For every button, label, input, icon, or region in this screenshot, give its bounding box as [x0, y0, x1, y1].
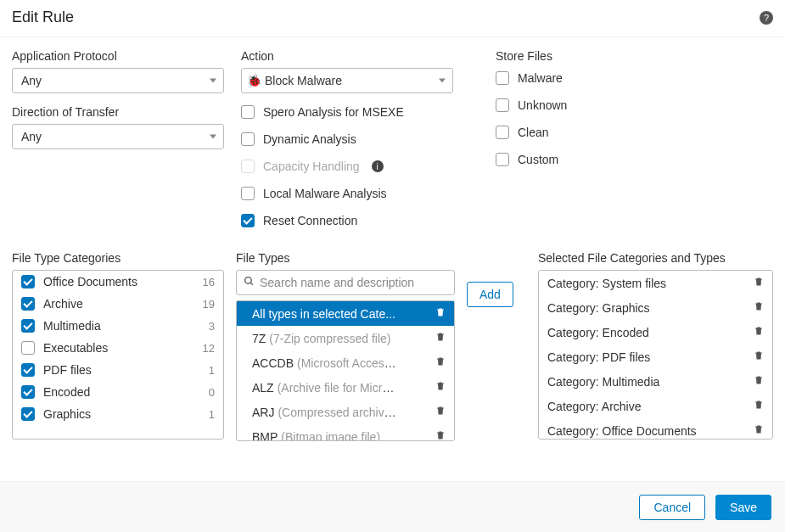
trash-icon[interactable] — [435, 356, 446, 370]
save-button[interactable]: Save — [715, 495, 771, 520]
direction-value: Any — [21, 130, 42, 143]
checkbox[interactable] — [21, 363, 35, 377]
checkbox[interactable] — [496, 71, 509, 85]
action-check-local[interactable]: Local Malware Analysis — [241, 187, 453, 200]
trash-icon[interactable] — [754, 325, 764, 339]
selected-name: Category: Encoded — [547, 326, 754, 339]
category-row[interactable]: PDF files1 — [13, 359, 223, 381]
file-types-search[interactable] — [236, 270, 455, 295]
svg-point-0 — [245, 277, 252, 284]
category-row[interactable]: Archive19 — [13, 293, 223, 315]
trash-icon[interactable] — [754, 300, 764, 315]
app-protocol-value: Any — [21, 74, 42, 87]
file-type-desc: (Archive file for Micro... — [278, 381, 396, 395]
trash-icon[interactable] — [754, 276, 764, 290]
file-type-desc: (Compressed archive... — [278, 406, 396, 419]
checkbox[interactable] — [21, 385, 35, 399]
dialog-footer: Cancel Save — [0, 481, 785, 532]
selected-types-list[interactable]: Category: System filesCategory: Graphics… — [538, 270, 773, 440]
file-type-row[interactable]: 7Z(7-Zip compressed file) — [237, 326, 454, 350]
trash-icon[interactable] — [754, 374, 764, 389]
checkbox[interactable] — [21, 275, 35, 288]
action-check-dynamic[interactable]: Dynamic Analysis — [241, 132, 453, 146]
checkbox-label: Unknown — [518, 98, 567, 112]
info-icon[interactable]: i — [372, 160, 384, 172]
selected-row[interactable]: Category: System files — [539, 271, 772, 295]
checkbox[interactable] — [21, 407, 35, 421]
category-count: 3 — [209, 320, 215, 333]
trash-icon[interactable] — [754, 399, 764, 413]
checkbox[interactable] — [241, 214, 255, 227]
app-protocol-label: Application Protocol — [12, 49, 224, 63]
checkbox[interactable] — [241, 132, 255, 146]
trash-icon[interactable] — [754, 423, 764, 438]
category-name: Encoded — [43, 385, 200, 399]
file-type-desc: (Bitmap image file) — [281, 430, 380, 441]
checkbox[interactable] — [496, 153, 509, 166]
trash-icon[interactable] — [435, 380, 446, 395]
selected-row[interactable]: Category: Office Documents — [539, 418, 772, 440]
trash-icon[interactable] — [435, 331, 446, 345]
file-type-name: ACCDB — [252, 356, 294, 370]
category-row[interactable]: Multimedia3 — [13, 315, 223, 337]
checkbox-label: Spero Analysis for MSEXE — [263, 105, 404, 119]
trash-icon[interactable] — [754, 350, 764, 364]
file-type-row[interactable]: BMP(Bitmap image file) — [237, 424, 454, 440]
file-types-label: File Types — [236, 251, 455, 265]
selected-row[interactable]: Category: Encoded — [539, 320, 772, 344]
trash-icon[interactable] — [435, 405, 446, 419]
category-name: Graphics — [43, 407, 200, 421]
checkbox[interactable] — [241, 105, 255, 119]
caret-down-icon — [439, 79, 446, 83]
categories-list[interactable]: Office Documents16Archive19Multimedia3Ex… — [12, 270, 224, 440]
category-row[interactable]: Office Documents16 — [13, 271, 223, 293]
action-check-spero[interactable]: Spero Analysis for MSEXE — [241, 105, 453, 119]
help-icon[interactable]: ? — [760, 11, 773, 25]
category-row[interactable]: Encoded0 — [13, 381, 223, 403]
dialog-body: Application Protocol Any Direction of Tr… — [0, 37, 785, 450]
file-types-list[interactable]: All types in selected Cate...7Z(7-Zip co… — [237, 301, 454, 440]
trash-icon[interactable] — [435, 306, 446, 321]
checkbox — [241, 160, 255, 173]
checkbox[interactable] — [21, 297, 35, 311]
checkbox-label: Custom — [518, 153, 558, 166]
add-button[interactable]: Add — [467, 282, 513, 307]
file-type-name: All types in selected Cate... — [252, 307, 395, 321]
category-name: Multimedia — [43, 319, 200, 333]
file-type-row[interactable]: ARJ(Compressed archive... — [237, 400, 454, 424]
app-protocol-select[interactable]: Any — [12, 68, 224, 93]
selected-name: Category: Graphics — [547, 301, 754, 315]
action-select[interactable]: 🐞 Block Malware — [241, 68, 453, 93]
category-count: 16 — [203, 276, 215, 288]
category-name: Office Documents — [43, 275, 194, 288]
store-check-clean[interactable]: Clean — [496, 126, 682, 139]
search-input[interactable] — [260, 276, 447, 289]
file-type-row[interactable]: All types in selected Cate... — [237, 301, 454, 326]
checkbox[interactable] — [21, 341, 35, 355]
action-check-reset[interactable]: Reset Connection — [241, 214, 453, 227]
checkbox[interactable] — [21, 319, 35, 333]
checkbox[interactable] — [241, 187, 255, 200]
svg-line-1 — [250, 283, 253, 285]
category-row[interactable]: Executables12 — [13, 337, 223, 359]
trash-icon[interactable] — [435, 429, 446, 440]
direction-label: Direction of Transfer — [12, 105, 224, 119]
checkbox[interactable] — [496, 126, 509, 139]
checkbox[interactable] — [496, 98, 509, 112]
store-check-custom[interactable]: Custom — [496, 153, 682, 166]
selected-row[interactable]: Category: Graphics — [539, 295, 772, 320]
selected-name: Category: Office Documents — [547, 424, 754, 438]
file-type-row[interactable]: ACCDB(Microsoft Access... — [237, 350, 454, 375]
category-row[interactable]: Graphics1 — [13, 403, 223, 425]
cancel-button[interactable]: Cancel — [639, 495, 705, 520]
selected-row[interactable]: Category: Archive — [539, 394, 772, 418]
direction-select[interactable]: Any — [12, 124, 224, 149]
selected-row[interactable]: Category: PDF files — [539, 344, 772, 369]
checkbox-label: Clean — [518, 126, 549, 139]
file-type-row[interactable]: ALZ(Archive file for Micro... — [237, 375, 454, 400]
selected-name: Category: Multimedia — [547, 375, 754, 389]
selected-types-label: Selected File Categories and Types — [538, 251, 773, 265]
selected-row[interactable]: Category: Multimedia — [539, 369, 772, 394]
store-check-malware[interactable]: Malware — [496, 71, 682, 85]
store-check-unknown[interactable]: Unknown — [496, 98, 682, 112]
